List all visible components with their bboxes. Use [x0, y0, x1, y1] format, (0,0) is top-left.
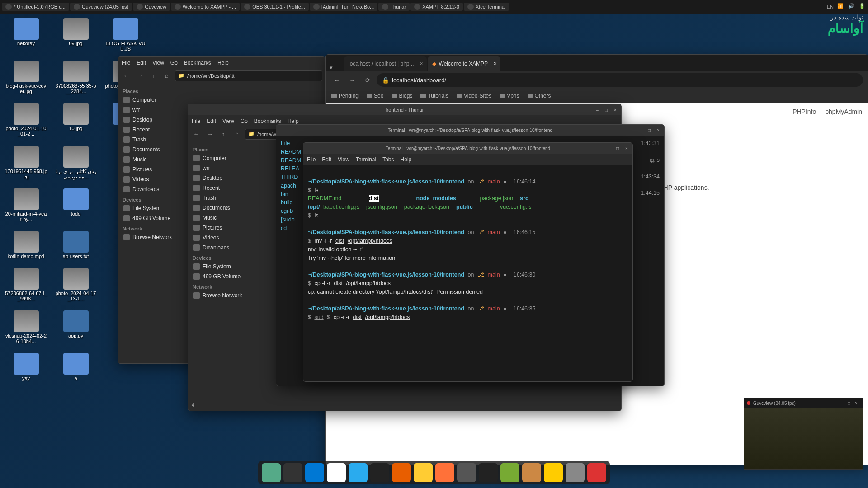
- dock-item-chrome[interactable]: [327, 463, 346, 482]
- desktop-icon[interactable]: yay: [5, 353, 47, 381]
- sidebar-item-file-system[interactable]: File System: [118, 203, 199, 213]
- maximize-button[interactable]: □: [603, 107, 609, 113]
- url-bar[interactable]: 🔒 localhost/dashboard/: [377, 73, 863, 87]
- dock-item-note[interactable]: [414, 463, 433, 482]
- back-button[interactable]: ←: [330, 74, 343, 86]
- close-button[interactable]: ×: [855, 401, 860, 406]
- bookmark-blogs[interactable]: Blogs: [392, 93, 412, 99]
- forward-button[interactable]: →: [134, 70, 145, 81]
- minimize-button[interactable]: –: [594, 107, 600, 113]
- sidebar-item-wrr[interactable]: wrr: [188, 163, 269, 173]
- phpinfo-link[interactable]: PHPInfo: [793, 108, 816, 115]
- home-button[interactable]: ⌂: [231, 129, 242, 140]
- menu-file[interactable]: File: [192, 118, 200, 124]
- sidebar-item-recent[interactable]: Recent: [188, 183, 269, 193]
- forward-button[interactable]: →: [346, 74, 359, 86]
- bookmark-tutorials[interactable]: Tutorials: [420, 93, 448, 99]
- dock-item-tg[interactable]: [349, 463, 368, 482]
- sidebar-item-music[interactable]: Music: [188, 213, 269, 223]
- menu-bookmarks[interactable]: Bookmarks: [254, 118, 281, 124]
- sidebar-item-file-system[interactable]: File System: [188, 262, 269, 272]
- desktop-icon[interactable]: 1701951445 958.jpeg: [5, 146, 47, 179]
- desktop-icon[interactable]: 10.jpg: [54, 103, 97, 136]
- taskbar-item[interactable]: [Admin] [Tun] NekoBo...: [310, 3, 377, 11]
- desktop-icon[interactable]: nekoray: [5, 18, 47, 52]
- phpmyadmin-link[interactable]: phpMyAdmin: [825, 108, 862, 115]
- taskbar-item[interactable]: XAMPP 8.2.12-0: [410, 3, 463, 11]
- bookmark-pending[interactable]: Pending: [331, 93, 359, 99]
- menu-edit[interactable]: Edit: [137, 60, 146, 66]
- desktop-icon[interactable]: app.py: [54, 310, 97, 344]
- desktop-icon[interactable]: vlcsnap-2024-02-26-10h4...: [5, 310, 47, 344]
- dock-item-ff[interactable]: [435, 463, 454, 482]
- minimize-button[interactable]: –: [840, 401, 846, 406]
- taskbar-item[interactable]: Thunar: [378, 3, 410, 11]
- sidebar-item-documents[interactable]: Documents: [188, 203, 269, 213]
- desktop-icon[interactable]: 20-miliard-in-4-year-by...: [5, 188, 47, 222]
- sidebar-item-videos[interactable]: Videos: [118, 174, 199, 184]
- home-button[interactable]: ⌂: [161, 70, 172, 81]
- menu-edit[interactable]: Edit: [322, 156, 331, 163]
- forward-button[interactable]: →: [204, 129, 215, 140]
- desktop-icon[interactable]: todo: [54, 188, 97, 222]
- sidebar-item-videos[interactable]: Videos: [188, 233, 269, 243]
- terminal-output[interactable]: ~/Desktop/a/SPA-blog-with-flask-vue.js/l…: [303, 165, 632, 381]
- maximize-button[interactable]: □: [646, 127, 652, 133]
- taskbar-item[interactable]: Guvcview (24.05 fps): [70, 3, 132, 11]
- dock-item-box[interactable]: [522, 463, 541, 482]
- menu-tabs[interactable]: Tabs: [382, 156, 394, 163]
- dock-item-em[interactable]: [544, 463, 563, 482]
- battery-icon[interactable]: 🔋: [859, 3, 866, 10]
- sidebar-item-browse-network[interactable]: Browse Network: [118, 232, 199, 242]
- sidebar-item-recent[interactable]: Recent: [118, 125, 199, 135]
- minimize-button[interactable]: –: [605, 145, 612, 151]
- sidebar-item-desktop[interactable]: Desktop: [118, 115, 199, 125]
- volume-icon[interactable]: 🔊: [848, 3, 855, 10]
- desktop-icon[interactable]: ap-users.txt: [54, 231, 97, 259]
- desktop-icon[interactable]: 37008263-55 35-b__2284...: [54, 61, 97, 94]
- sidebar-item-music[interactable]: Music: [118, 155, 199, 164]
- up-button[interactable]: ↑: [148, 70, 159, 81]
- menu-help[interactable]: Help: [288, 118, 299, 124]
- sidebar-item-computer[interactable]: Computer: [188, 153, 269, 163]
- menu-terminal[interactable]: Terminal: [356, 156, 376, 163]
- desktop-icon[interactable]: photo_2024-04-17_13-1...: [54, 268, 97, 301]
- browser-tab-1[interactable]: localhost / localhost | php... ×: [344, 56, 427, 71]
- lang-indicator[interactable]: EN: [827, 4, 834, 9]
- close-button[interactable]: ×: [612, 107, 618, 113]
- sidebar-item-desktop[interactable]: Desktop: [188, 173, 269, 183]
- dock-item-fm[interactable]: [262, 463, 281, 482]
- desktop-icon[interactable]: BLOG-FLASK-VUE.JS: [104, 18, 147, 52]
- sidebar-item-499-gb-volume[interactable]: 499 GB Volume: [118, 213, 199, 223]
- taskbar-item[interactable]: Welcome to XAMPP - ...: [171, 3, 240, 11]
- menu-go[interactable]: Go: [241, 118, 248, 124]
- bookmark-video-sites[interactable]: Video-Sites: [457, 93, 491, 99]
- close-icon[interactable]: ×: [420, 61, 423, 67]
- desktop-icon[interactable]: photo_2024-01-10_01-2...: [5, 103, 47, 136]
- menu-help[interactable]: Help: [401, 156, 412, 163]
- sidebar-item-pictures[interactable]: Pictures: [118, 164, 199, 174]
- maximize-button[interactable]: □: [614, 145, 621, 151]
- dock-item-st[interactable]: [457, 463, 476, 482]
- sidebar-item-downloads[interactable]: Downloads: [188, 243, 269, 253]
- desktop-icon[interactable]: 57206862-64 67-l__9998...: [5, 268, 47, 301]
- bookmark-vpns[interactable]: Vpns: [500, 93, 519, 99]
- menu-view[interactable]: View: [338, 156, 349, 163]
- desktop-icon[interactable]: a: [54, 353, 97, 381]
- sidebar-item-499-gb-volume[interactable]: 499 GB Volume: [188, 272, 269, 282]
- sidebar-item-downloads[interactable]: Downloads: [118, 184, 199, 194]
- close-button[interactable]: ×: [655, 127, 661, 133]
- sidebar-item-browse-network[interactable]: Browse Network: [188, 291, 269, 300]
- menu-view[interactable]: View: [222, 118, 234, 124]
- menu-view[interactable]: View: [152, 60, 164, 66]
- maximize-button[interactable]: □: [848, 401, 853, 406]
- dock-item-rec[interactable]: [587, 463, 606, 482]
- sidebar-item-pictures[interactable]: Pictures: [188, 223, 269, 233]
- dock-item-gear[interactable]: [566, 463, 585, 482]
- sidebar-item-documents[interactable]: Documents: [118, 145, 199, 155]
- sidebar-item-wrr[interactable]: wrr: [118, 105, 199, 115]
- up-button[interactable]: ↑: [218, 129, 229, 140]
- back-button[interactable]: ←: [121, 70, 132, 81]
- path-bar[interactable]: 📁 /home/wrr/Desktop/ttt: [175, 70, 322, 81]
- desktop-icon[interactable]: blog-flask-vue-cover.jpg: [5, 61, 47, 94]
